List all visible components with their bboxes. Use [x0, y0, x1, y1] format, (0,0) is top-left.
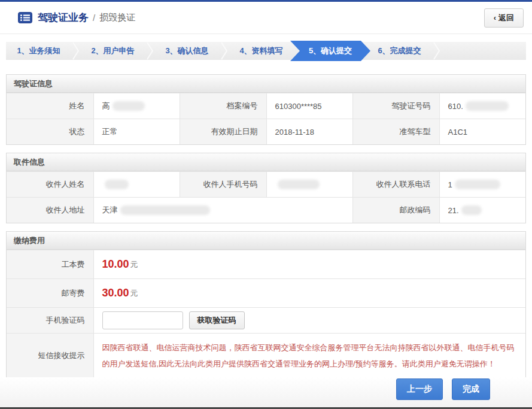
postage-fee-unit: 元 — [130, 288, 138, 299]
page-title: 驾驶证业务 — [38, 11, 89, 25]
get-code-button[interactable]: 获取验证码 — [189, 311, 245, 329]
postal-code-value: 21. — [439, 198, 526, 223]
back-button-label: 返回 — [498, 13, 514, 23]
recipient-mobile-label: 收件人手机号码 — [180, 172, 266, 197]
production-fee-value: 10.00 元 — [93, 250, 526, 278]
breadcrumb-current: 损毁换证 — [99, 12, 135, 23]
page-header: 驾驶证业务 / 损毁换证 ‹ 返回 — [0, 2, 532, 34]
sms-code-label: 手机验证码 — [7, 308, 93, 333]
table-row: 邮寄费 30.00 元 — [7, 278, 525, 307]
sms-notice-text: 因陕西省联通、电信运营商技术问题，陕西省互联网交通安全综合服务管理平台无法向持陕… — [102, 334, 518, 378]
file-no-value: 610300****85 — [266, 93, 353, 119]
license-list-icon — [18, 12, 32, 23]
table-row: 手机验证码 获取验证码 — [7, 307, 525, 333]
sms-notice-cell: 因陕西省联通、电信运营商技术问题，陕西省互联网交通安全综合服务管理平台无法向持陕… — [93, 334, 526, 378]
sms-code-cell: 获取验证码 — [93, 308, 526, 333]
previous-step-button[interactable]: 上一步 — [396, 378, 443, 400]
postage-fee-amount: 30.00 — [102, 287, 129, 299]
recipient-name-value — [93, 172, 180, 197]
pickup-section-title: 取件信息 — [7, 153, 525, 171]
step-5-confirm-submit-active[interactable]: 5、确认提交 — [290, 41, 370, 61]
step-6-complete-submit[interactable]: 6、完成提交 — [367, 42, 432, 60]
step-separator-icon — [145, 42, 154, 60]
valid-until-value: 2018-11-18 — [266, 119, 353, 144]
recipient-name-label: 收件人姓名 — [7, 172, 93, 197]
sms-notice-label: 短信接收提示 — [7, 334, 93, 378]
file-no-label: 档案编号 — [180, 93, 266, 119]
step-1-business-notice[interactable]: 1、业务须知 — [6, 42, 71, 60]
step-separator-icon — [432, 42, 441, 60]
fees-section-title: 缴纳费用 — [7, 232, 525, 250]
footer-action-bar: 上一步 完成 — [0, 377, 532, 407]
pickup-info-section: 取件信息 收件人姓名 收件人手机号码 收件人联系电话 1 收件人地址 天津 邮政… — [6, 153, 526, 223]
name-value: 高 — [93, 93, 180, 119]
vehicle-class-value: A1C1 — [439, 119, 526, 144]
license-info-section: 驾驶证信息 姓名 高 档案编号 610300****85 驾驶证号码 610. … — [6, 74, 526, 145]
step-separator-icon — [71, 42, 80, 60]
sms-code-input[interactable] — [102, 311, 183, 329]
production-fee-label: 工本费 — [7, 250, 93, 278]
valid-until-label: 有效期止日期 — [180, 119, 266, 144]
table-row: 状态 正常 有效期止日期 2018-11-18 准驾车型 A1C1 — [7, 119, 525, 144]
name-label: 姓名 — [7, 93, 93, 119]
step-wizard: 1、业务须知 2、用户申告 3、确认信息 4、资料填写 5、确认提交 6、完成提… — [6, 42, 526, 60]
step-separator-icon — [220, 42, 229, 60]
recipient-phone-label: 收件人联系电话 — [352, 172, 439, 197]
status-value: 正常 — [93, 119, 180, 144]
table-row: 收件人姓名 收件人手机号码 收件人联系电话 1 — [7, 171, 525, 197]
redaction-smudge — [120, 205, 210, 215]
status-label: 状态 — [7, 119, 93, 144]
finish-button[interactable]: 完成 — [452, 378, 490, 400]
recipient-address-label: 收件人地址 — [7, 198, 93, 223]
vehicle-class-label: 准驾车型 — [352, 119, 439, 144]
postal-code-label: 邮政编码 — [352, 198, 439, 223]
redaction-smudge — [455, 180, 500, 189]
table-row: 工本费 10.00 元 — [7, 250, 525, 278]
license-section-title: 驾驶证信息 — [7, 75, 525, 93]
postage-fee-label: 邮寄费 — [7, 279, 93, 307]
step-bar-filler — [441, 42, 526, 60]
recipient-mobile-value — [266, 172, 353, 197]
redaction-smudge — [466, 101, 509, 111]
step-4-fill-data[interactable]: 4、资料填写 — [229, 42, 294, 60]
step-2-user-declaration[interactable]: 2、用户申告 — [80, 42, 145, 60]
table-row: 姓名 高 档案编号 610300****85 驾驶证号码 610. — [7, 93, 525, 119]
back-chevron-icon: ‹ — [494, 13, 496, 22]
fees-section: 缴纳费用 工本费 10.00 元 邮寄费 30.00 元 手机验证码 获取验证码… — [6, 231, 526, 379]
recipient-phone-value: 1 — [439, 172, 526, 197]
redaction-smudge — [278, 180, 320, 189]
table-row: 收件人地址 天津 邮政编码 21. — [7, 197, 525, 223]
back-button[interactable]: ‹ 返回 — [484, 8, 524, 28]
redaction-smudge — [105, 180, 129, 189]
table-row: 短信接收提示 因陕西省联通、电信运营商技术问题，陕西省互联网交通安全综合服务管理… — [7, 333, 525, 378]
postage-fee-value: 30.00 元 — [93, 279, 526, 307]
license-no-label: 驾驶证号码 — [352, 93, 439, 119]
breadcrumb-separator: / — [93, 13, 95, 23]
production-fee-unit: 元 — [130, 259, 138, 270]
license-no-value: 610. — [439, 93, 526, 119]
recipient-address-value: 天津 — [93, 198, 353, 223]
production-fee-amount: 10.00 — [102, 258, 129, 271]
redaction-smudge — [113, 101, 145, 111]
step-3-confirm-info[interactable]: 3、确认信息 — [154, 42, 220, 60]
redaction-smudge — [461, 205, 482, 215]
